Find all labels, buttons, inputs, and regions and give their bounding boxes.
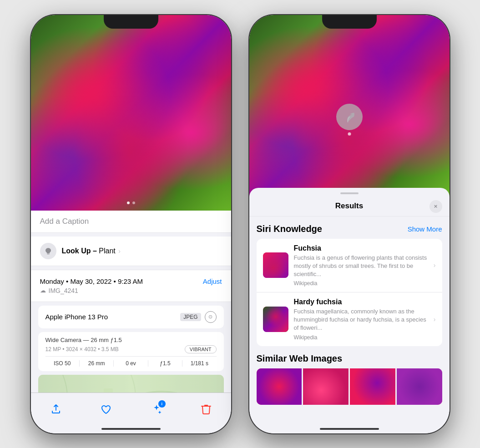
siri-knowledge-title: Siri Knowledge bbox=[257, 224, 322, 234]
web-image-3[interactable] bbox=[350, 368, 395, 405]
hardy-fuchsia-item[interactable]: Hardy fuchsia Fuchsia magellanica, commo… bbox=[257, 292, 442, 346]
show-more-button[interactable]: Show More bbox=[408, 225, 442, 233]
caption-section[interactable]: Add a Caption bbox=[31, 211, 231, 233]
hardy-text: Hardy fuchsia Fuchsia magellanica, commo… bbox=[294, 298, 428, 341]
lookup-icon bbox=[40, 243, 56, 259]
photo-page-dots bbox=[127, 201, 135, 204]
specs-text: 12 MP • 3024 × 4032 • 3.5 MB bbox=[45, 346, 119, 352]
fuchsia-thumbnail bbox=[263, 252, 288, 278]
vibrant-badge: VIBRANT bbox=[185, 345, 217, 353]
device-section: Apple iPhone 13 Pro JPEG ⊙ Wide Camera —… bbox=[31, 302, 231, 393]
results-panel: Results × Siri Knowledge Show More bbox=[249, 188, 450, 433]
fuchsia-item[interactable]: Fuchsia Fuchsia is a genus of flowering … bbox=[257, 239, 442, 293]
cloud-icon: ☁ bbox=[40, 287, 46, 294]
phones-container: Add a Caption Look Up – Plant › bbox=[31, 15, 450, 433]
phone1-screen: Add a Caption Look Up – Plant › bbox=[31, 15, 231, 433]
adjust-button[interactable]: Adjust bbox=[203, 277, 222, 285]
phone-2: Results × Siri Knowledge Show More bbox=[249, 15, 450, 433]
results-body[interactable]: Siri Knowledge Show More Fuchsia bbox=[249, 216, 450, 433]
hardy-thumbnail bbox=[263, 307, 288, 332]
leaf-overlay-circle bbox=[336, 104, 363, 130]
fuchsia-name: Fuchsia bbox=[294, 244, 428, 252]
hardy-name: Hardy fuchsia bbox=[294, 298, 428, 306]
format-badge: JPEG bbox=[180, 313, 201, 321]
info-button[interactable]: i bbox=[151, 404, 162, 415]
phone2-home-indicator bbox=[320, 428, 379, 430]
device-name: Apple iPhone 13 Pro bbox=[45, 313, 108, 321]
device-badges: JPEG ⊙ bbox=[180, 311, 216, 323]
drag-handle[interactable] bbox=[340, 192, 359, 194]
photo-display[interactable] bbox=[31, 15, 231, 211]
exif-ev: 0 ev bbox=[114, 360, 148, 367]
web-images-title: Similar Web Images bbox=[257, 353, 442, 364]
info-badge-circle: i bbox=[158, 400, 166, 408]
device-row: Apple iPhone 13 Pro JPEG ⊙ bbox=[38, 306, 224, 328]
close-button[interactable]: × bbox=[429, 200, 442, 213]
exif-shutter: 1/181 s bbox=[182, 360, 216, 367]
hardy-chevron-icon: › bbox=[434, 316, 436, 323]
delete-button[interactable] bbox=[201, 404, 211, 415]
fuchsia-text: Fuchsia Fuchsia is a genus of flowering … bbox=[294, 244, 428, 287]
lookup-chevron-icon: › bbox=[118, 247, 121, 255]
knowledge-card: Fuchsia Fuchsia is a genus of flowering … bbox=[257, 239, 442, 346]
web-image-1[interactable] bbox=[257, 368, 302, 405]
fuchsia-chevron-icon: › bbox=[434, 262, 436, 269]
leaf-dot bbox=[348, 132, 351, 136]
siri-knowledge-header: Siri Knowledge Show More bbox=[257, 224, 442, 234]
camera-info: Wide Camera — 26 mm ƒ1.5 12 MP • 3024 × … bbox=[38, 332, 224, 371]
web-image-4[interactable] bbox=[397, 368, 442, 405]
dot-1 bbox=[127, 201, 130, 204]
phone-1: Add a Caption Look Up – Plant › bbox=[31, 15, 231, 433]
exif-iso: ISO 50 bbox=[45, 360, 80, 367]
results-title: Results bbox=[335, 201, 363, 211]
dot-2 bbox=[132, 201, 135, 204]
fuchsia-source: Wikipedia bbox=[294, 280, 428, 287]
results-header: Results × bbox=[249, 197, 450, 216]
photo-overlay bbox=[31, 15, 231, 211]
caption-placeholder[interactable]: Add a Caption bbox=[40, 217, 89, 226]
exif-aperture: ƒ1.5 bbox=[148, 360, 182, 367]
home-indicator bbox=[101, 428, 161, 430]
lens-info: Wide Camera — 26 mm ƒ1.5 bbox=[45, 337, 217, 343]
filename-text: IMG_4241 bbox=[49, 287, 78, 294]
web-images-section: Similar Web Images bbox=[257, 353, 442, 405]
hardy-source: Wikipedia bbox=[294, 334, 428, 341]
phone2-screen: Results × Siri Knowledge Show More bbox=[249, 15, 450, 433]
web-images-row bbox=[257, 368, 442, 405]
lookup-label: Look Up – Plant › bbox=[62, 247, 121, 255]
photo-date: Monday • May 30, 2022 • 9:23 AM bbox=[40, 277, 143, 285]
fuchsia-description: Fuchsia is a genus of flowering plants t… bbox=[294, 254, 428, 279]
bottom-toolbar: i bbox=[31, 393, 231, 433]
share-button[interactable] bbox=[51, 404, 61, 415]
map-preview[interactable] bbox=[38, 375, 224, 393]
photo-info-section: Monday • May 30, 2022 • 9:23 AM Adjust ☁… bbox=[31, 270, 231, 302]
like-button[interactable] bbox=[101, 404, 111, 415]
svg-rect-0 bbox=[104, 388, 113, 393]
location-icon: ⊙ bbox=[205, 311, 217, 323]
web-image-2[interactable] bbox=[303, 368, 349, 405]
exif-focal: 26 mm bbox=[80, 360, 114, 367]
lookup-row[interactable]: Look Up – Plant › bbox=[31, 237, 231, 266]
exif-row: ISO 50 26 mm 0 ev ƒ1.5 1/181 s bbox=[45, 356, 217, 367]
hardy-description: Fuchsia magellanica, commonly known as t… bbox=[294, 307, 428, 332]
